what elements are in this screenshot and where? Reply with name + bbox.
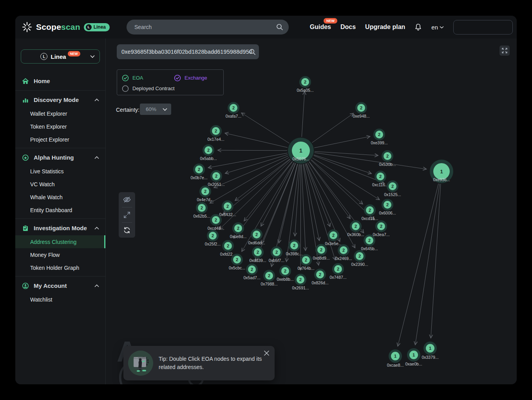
graph-node[interactable]: 20x0b7e... — [190, 164, 207, 180]
node-value: 2 — [232, 105, 235, 110]
address-input[interactable] — [117, 49, 255, 55]
graph-node[interactable]: 20x645b... — [361, 235, 378, 251]
sidebar-item-label: Home — [34, 78, 50, 84]
sidebar-item-investigation-mode[interactable]: Investigation Mode — [15, 221, 105, 235]
sidebar-item-address-clustering[interactable]: Address Clustering — [15, 235, 105, 248]
graph-node[interactable]: 10xe936... — [430, 160, 453, 183]
sidebar-item-home[interactable]: Home — [15, 74, 105, 88]
node-value: 2 — [360, 105, 362, 110]
sidebar-item-token-explorer[interactable]: Token Explorer — [15, 120, 105, 133]
certainty-dropdown[interactable]: 60% — [140, 104, 171, 115]
node-address-label: 0xcd15... — [362, 216, 378, 221]
graph-node[interactable]: 20x530b... — [379, 150, 396, 167]
graph-node[interactable]: 20x764b... — [297, 254, 314, 271]
graph-node[interactable]: 20x6006... — [379, 199, 396, 215]
screen: Scopescan L Linea NEW Guides Docs — [0, 0, 532, 400]
close-icon — [264, 351, 269, 356]
node-address-label: 0xb5f7... — [269, 258, 284, 263]
graph-node[interactable]: 20x2691... — [292, 274, 309, 290]
network-selector[interactable]: L Linea NEW — [21, 49, 100, 64]
notifications-bell-icon[interactable] — [414, 23, 422, 31]
search-icon[interactable] — [249, 49, 256, 55]
search-input[interactable] — [127, 24, 276, 30]
graph-node[interactable]: 20xd6dd... — [248, 229, 265, 245]
graph-node[interactable]: 20x25f2... — [205, 230, 221, 246]
sidebar-item-entity-dashboard[interactable]: Entity Dashboard — [15, 204, 105, 216]
graph-node[interactable]: 20x2051... — [208, 170, 224, 187]
node-address-label: 0x2469... — [335, 256, 352, 261]
logo[interactable]: Scopescan L Linea — [22, 16, 110, 38]
graph-node[interactable]: 20x62b5... — [193, 202, 210, 218]
graph-node[interactable]: 20x7487... — [329, 263, 346, 280]
node-value: 2 — [369, 208, 371, 213]
graph-node[interactable]: 20xb5f7... — [269, 246, 284, 263]
graph-node[interactable]: 20x5a05... — [297, 76, 313, 93]
search-icon[interactable] — [276, 24, 283, 31]
empty-circle-icon — [122, 85, 129, 92]
graph-node[interactable]: 20x3ea7... — [373, 220, 389, 237]
graph-node[interactable]: 20xe948... — [353, 102, 369, 118]
graph-node[interactable]: 20x360b... — [347, 220, 364, 237]
graph-node[interactable]: 20xafa7... — [226, 102, 241, 118]
node-value: 1 — [394, 354, 396, 358]
graph-node[interactable]: 20x5abb... — [200, 144, 217, 161]
graph-node[interactable]: 20x826d... — [311, 269, 328, 285]
sidebar-item-money-flow[interactable]: Money Flow — [15, 248, 105, 261]
fullscreen-icon — [502, 48, 507, 53]
graph-node[interactable]: 20x2469... — [335, 244, 352, 261]
eye-off-icon — [123, 196, 131, 203]
fit-view-button[interactable] — [119, 207, 135, 222]
sidebar-item-whale-watch[interactable]: Whale Watch — [15, 191, 105, 204]
graph-node[interactable]: 20xdd39... — [249, 246, 266, 263]
nav-upgrade-plan[interactable]: Upgrade plan — [365, 24, 405, 31]
graph-node[interactable]: 10x5076... — [288, 138, 314, 164]
nav-docs[interactable]: Docs — [340, 24, 356, 31]
graph-node[interactable]: 10xae0b... — [405, 348, 422, 366]
node-address-label: 0x1525... — [384, 192, 401, 197]
legend-deployed-contract-checkbox[interactable]: Deployed Contract — [122, 85, 175, 92]
tip-close-button[interactable] — [264, 351, 269, 356]
nav-guides[interactable]: Guides — [310, 24, 331, 30]
graph-node[interactable]: 20x17e4... — [207, 125, 224, 142]
graph-node[interactable]: 20xeb8b... — [277, 265, 293, 282]
fullscreen-button[interactable] — [499, 45, 510, 56]
graph-node[interactable]: 10xcae8... — [387, 349, 404, 367]
node-value: 2 — [236, 257, 238, 262]
sidebar-item-token-holder-graph[interactable]: Token Holder Graph — [15, 261, 105, 274]
node-address-label: 0x3379... — [422, 355, 438, 360]
graph-node[interactable]: 20xc116... — [372, 171, 389, 187]
graph-node[interactable]: 20x6432... — [219, 200, 236, 217]
sidebar-item-my-account[interactable]: My Account — [15, 278, 105, 293]
sidebar-item-watchlist[interactable]: Watchlist — [15, 293, 105, 306]
graph-canvas: A ( 10x5076...10xe936...10xcae8...10xae0… — [106, 38, 517, 384]
language-selector[interactable]: en — [431, 24, 444, 31]
graph-node[interactable]: 20xfd22... — [220, 240, 236, 256]
graph-node[interactable]: 20xe399... — [371, 129, 387, 145]
legend-exchange-checkbox[interactable]: Exchange — [174, 75, 207, 82]
sidebar-item-live-statistics[interactable]: Live Statistics — [15, 165, 105, 178]
graph-node[interactable]: 20xcd15... — [362, 204, 378, 221]
graph-node[interactable]: 10x3379... — [422, 342, 438, 360]
sidebar-item-discovery-mode[interactable]: Discovery Mode — [15, 93, 105, 107]
node-address-label: 0x25f2... — [205, 242, 221, 246]
graph-node[interactable]: 20x4e7d... — [197, 185, 214, 202]
certainty-label: Certainty: — [116, 107, 139, 113]
graph-node[interactable]: 20xd8d9... — [313, 244, 329, 260]
node-address-label: 0x17e4... — [207, 137, 224, 142]
hide-labels-button[interactable] — [119, 192, 135, 207]
logo-text: Scopescan — [36, 22, 80, 32]
sidebar-item-project-explorer[interactable]: Project Explorer — [15, 133, 105, 146]
linea-chain-badge: L Linea — [84, 23, 110, 31]
header-action-box[interactable] — [453, 20, 513, 35]
graph-node[interactable]: 20x2390... — [351, 250, 368, 267]
sidebar-item-vc-watch[interactable]: VC Watch — [15, 178, 105, 191]
graph-node[interactable]: 20x5ad7... — [243, 264, 260, 280]
refresh-button[interactable] — [119, 223, 135, 238]
node-address-label: 0x4e7d... — [197, 197, 214, 202]
graph-node[interactable]: 20x3e5e... — [325, 229, 342, 246]
node-value: 2 — [380, 224, 382, 229]
legend-eoa-checkbox[interactable]: EOA — [122, 75, 174, 82]
sidebar-item-alpha-hunting[interactable]: Alpha Hunting — [15, 150, 105, 165]
sidebar-item-wallet-explorer[interactable]: Wallet Explorer — [15, 107, 105, 120]
graph-node[interactable]: 20x7988... — [261, 270, 277, 286]
